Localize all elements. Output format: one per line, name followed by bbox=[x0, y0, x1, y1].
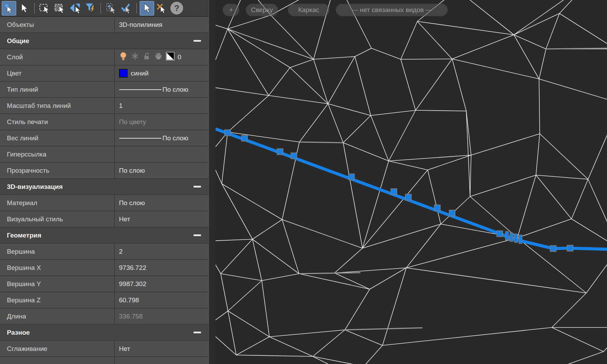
mesh-edge bbox=[417, 21, 452, 59]
property-value[interactable]: синий bbox=[115, 65, 209, 81]
mesh-edge bbox=[406, 238, 517, 268]
mesh-edge bbox=[290, 59, 314, 68]
mesh-edge bbox=[371, 48, 401, 59]
mesh-edge bbox=[313, 356, 429, 364]
layer-lock-icon[interactable] bbox=[142, 52, 151, 62]
section-title: Общие bbox=[7, 37, 29, 45]
property-value[interactable]: По цвету bbox=[115, 114, 209, 130]
property-label: Масштаб типа линий bbox=[0, 98, 115, 113]
section-header: 3D-визуализация bbox=[0, 179, 209, 195]
mesh-edge bbox=[389, 110, 416, 161]
help-button[interactable]: ? bbox=[170, 2, 183, 14]
vertex-grip[interactable] bbox=[391, 189, 397, 195]
mesh-edge bbox=[354, 345, 382, 364]
property-label: Тип линий bbox=[0, 82, 115, 97]
property-value[interactable]: По слою bbox=[115, 82, 209, 97]
add-to-selection-tool-icon bbox=[3, 2, 15, 14]
layer-on-bulb-icon[interactable] bbox=[119, 52, 128, 62]
mesh-edge bbox=[416, 59, 452, 110]
add-to-selection-tool[interactable] bbox=[2, 1, 16, 16]
property-value[interactable]: 336.758 bbox=[115, 309, 209, 324]
stretch-grip[interactable] bbox=[515, 234, 518, 243]
property-value[interactable] bbox=[115, 357, 209, 364]
pointer-tool[interactable] bbox=[140, 1, 154, 16]
collapse-section-button[interactable] bbox=[193, 332, 201, 333]
mesh-edge bbox=[299, 104, 328, 142]
property-value[interactable]: По слою bbox=[115, 195, 209, 211]
linked-views-button[interactable]: --- нет связанных видов --- bbox=[336, 4, 448, 16]
property-value[interactable]: Нет bbox=[115, 341, 209, 356]
view-direction-button[interactable]: Сверху bbox=[246, 4, 278, 16]
section-title: Геометрия bbox=[7, 232, 41, 239]
stretch-grip[interactable] bbox=[510, 233, 513, 242]
mesh-edge bbox=[382, 327, 552, 345]
palette-splitter[interactable] bbox=[209, 0, 216, 364]
model-viewport[interactable]: +СверхуКаркас--- нет связанных видов --- bbox=[216, 0, 607, 364]
mesh-edge bbox=[539, 79, 540, 134]
property-value[interactable]: По слою bbox=[115, 130, 209, 146]
visual-style-button[interactable]: Каркас bbox=[288, 4, 329, 16]
deselect-tool[interactable] bbox=[155, 1, 169, 16]
crossing-selection-tool[interactable] bbox=[53, 1, 67, 16]
mesh-edge bbox=[588, 179, 607, 248]
selected-3d-polyline[interactable] bbox=[216, 129, 607, 249]
deselect-tool-icon bbox=[156, 2, 168, 14]
property-value[interactable]: 9987.302 bbox=[115, 276, 209, 292]
property-value[interactable] bbox=[115, 146, 209, 162]
property-value[interactable]: 0 bbox=[115, 49, 209, 65]
mesh-edge bbox=[252, 220, 282, 239]
collapse-section-button[interactable] bbox=[193, 40, 201, 42]
mesh-edge bbox=[389, 161, 428, 170]
mesh-edge bbox=[514, 35, 539, 79]
mesh-edge bbox=[401, 21, 417, 59]
confirm-selection-tool[interactable] bbox=[119, 1, 133, 16]
property-value[interactable]: 60.798 bbox=[115, 292, 209, 308]
mesh-edge bbox=[236, 355, 313, 356]
property-value[interactable]: 2 bbox=[115, 244, 209, 259]
vertex-grip[interactable] bbox=[349, 174, 355, 180]
invert-selection-tool[interactable] bbox=[68, 1, 82, 16]
property-value[interactable]: Нет bbox=[115, 211, 209, 227]
raise-selection-tool[interactable] bbox=[104, 1, 118, 16]
mesh-edge bbox=[221, 274, 262, 281]
stretch-grip[interactable] bbox=[519, 235, 522, 244]
vertex-grip[interactable] bbox=[497, 231, 503, 237]
mesh-edge bbox=[428, 170, 441, 224]
mesh-edge bbox=[526, 352, 604, 364]
vertex-grip[interactable] bbox=[242, 135, 248, 141]
color-swatch[interactable] bbox=[119, 69, 128, 78]
window-selection-tool[interactable] bbox=[38, 1, 52, 16]
vertex-grip[interactable] bbox=[225, 130, 231, 136]
property-value[interactable]: 3D-полилиния bbox=[115, 17, 209, 32]
layer-freeze-icon[interactable] bbox=[131, 52, 139, 62]
mesh-edge bbox=[343, 115, 371, 143]
mesh-edge bbox=[552, 327, 604, 352]
select-cursor-tool[interactable] bbox=[17, 1, 31, 16]
quick-filter-tool[interactable] bbox=[83, 1, 98, 16]
mesh-edge bbox=[517, 219, 571, 238]
vertex-grip[interactable] bbox=[291, 153, 297, 159]
section-title: Разное bbox=[7, 329, 30, 336]
layer-colors-icon[interactable] bbox=[166, 52, 175, 62]
stretch-grip[interactable] bbox=[506, 232, 509, 240]
layer-print-icon[interactable] bbox=[154, 52, 163, 62]
vertex-grip[interactable] bbox=[406, 194, 411, 200]
mesh-edge bbox=[355, 57, 371, 115]
mesh-edge bbox=[457, 0, 514, 35]
viewport-plus-button[interactable]: + bbox=[223, 4, 239, 16]
mesh-edge bbox=[262, 274, 299, 281]
property-value[interactable]: 9736.722 bbox=[115, 260, 209, 275]
vertex-grip[interactable] bbox=[277, 149, 283, 155]
mesh-edge bbox=[559, 13, 607, 49]
vertex-grip[interactable] bbox=[435, 205, 440, 211]
mesh-edge bbox=[401, 59, 416, 110]
property-value[interactable]: По слою bbox=[115, 163, 209, 178]
property-value[interactable]: 1 bbox=[115, 98, 209, 113]
mesh-edge bbox=[428, 155, 471, 170]
collapse-section-button[interactable] bbox=[193, 234, 201, 236]
vertex-grip[interactable] bbox=[567, 245, 573, 251]
collapse-section-button[interactable] bbox=[193, 186, 201, 188]
section-title: 3D-визуализация bbox=[7, 183, 63, 191]
vertex-grip[interactable] bbox=[550, 246, 556, 252]
vertex-grip[interactable] bbox=[449, 210, 455, 216]
